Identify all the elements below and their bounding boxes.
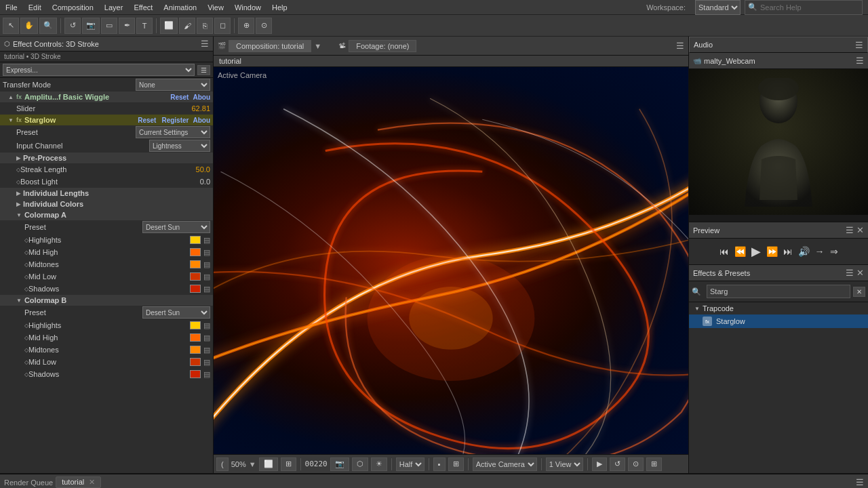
cb-highlights-bars[interactable]: ▤ [203, 321, 210, 330]
panel-menu-btn[interactable]: ☰ [201, 39, 209, 49]
expression-select[interactable]: Expressi... [3, 64, 195, 76]
tool-roto[interactable]: ⊕ [238, 18, 254, 34]
vc-options-btn[interactable]: ⊙ [628, 458, 644, 471]
input-channel-select[interactable]: Lightness [149, 140, 210, 152]
vc-fit-btn[interactable]: ⬜ [259, 458, 278, 471]
slider-value[interactable]: 62.81 [191, 104, 210, 113]
menu-help[interactable]: Help [267, 3, 293, 12]
preview-loop-all[interactable]: ⇒ [829, 245, 840, 258]
vc-pixels-btn[interactable]: ⊞ [448, 458, 464, 471]
tool-rect[interactable]: ▭ [101, 18, 117, 34]
preview-audio-btn[interactable]: 🔊 [797, 245, 811, 258]
colormap-a-header[interactable]: ▼ Colormap A [0, 209, 213, 220]
starglow-about[interactable]: Abou [193, 117, 210, 124]
panel-options-btn[interactable]: ☰ [676, 41, 684, 51]
ep-clear-btn[interactable]: ✕ [853, 287, 865, 297]
amplitude-reset[interactable]: Reset [170, 94, 189, 101]
zoom-display[interactable]: 50% [231, 460, 246, 468]
vc-play-btn[interactable]: ▶ [592, 458, 607, 471]
pre-process-header[interactable]: ▶ Pre-Process [0, 152, 213, 163]
colormap-b-preset-select[interactable]: Desert Sun [142, 306, 210, 319]
vc-transparency-btn[interactable]: ▪ [433, 458, 446, 471]
individual-colors-header[interactable]: ▶ Individual Colors [0, 199, 213, 209]
preset-select[interactable]: Current Settings [136, 126, 210, 138]
menu-composition[interactable]: Composition [47, 3, 99, 12]
streak-length-value[interactable]: 50.0 [196, 165, 210, 174]
menu-window[interactable]: Window [229, 3, 267, 12]
cb-shadows-swatch[interactable] [190, 370, 201, 378]
preview-loop-fwd[interactable]: → [814, 245, 826, 258]
tab-arrow[interactable]: ▼ [314, 42, 321, 50]
tool-camera[interactable]: 📷 [82, 18, 100, 34]
timecode-display[interactable]: 00220 [305, 460, 328, 468]
tool-zoom[interactable]: 🔍 [39, 18, 57, 34]
preview-prev-btn[interactable]: ⏪ [733, 245, 747, 258]
bottom-panel-menu[interactable]: ☰ [856, 477, 864, 487]
tutorial-tab[interactable]: tutorial [219, 57, 241, 65]
tool-shape[interactable]: ⬜ [160, 18, 178, 34]
ca-highlights-bars[interactable]: ▤ [203, 236, 210, 245]
vc-snapshot-btn[interactable]: 📷 [330, 458, 349, 471]
preview-close[interactable]: ✕ [856, 225, 864, 235]
cb-midlow-swatch[interactable] [190, 358, 201, 366]
preview-next-btn[interactable]: ⏩ [765, 245, 779, 258]
preview-menu[interactable]: ☰ [846, 225, 854, 235]
starglow-item[interactable]: fx Starglow [689, 314, 868, 328]
ca-midtones-swatch[interactable] [190, 260, 201, 268]
audio-menu[interactable]: ☰ [855, 40, 863, 50]
colormap-b-header[interactable]: ▼ Colormap B [0, 295, 213, 306]
tool-hand[interactable]: ✋ [20, 18, 38, 34]
ep-search-input[interactable] [707, 285, 850, 298]
ca-highlights-swatch[interactable] [190, 236, 201, 244]
menu-edit[interactable]: Edit [23, 3, 47, 12]
vc-grid-btn[interactable]: ⊞ [281, 458, 296, 471]
menu-file[interactable]: File [0, 3, 23, 12]
ca-midlow-bars[interactable]: ▤ [203, 272, 210, 281]
cb-midhigh-swatch[interactable] [190, 333, 201, 342]
tool-clone[interactable]: ⎘ [197, 18, 213, 34]
ca-midhigh-swatch[interactable] [190, 248, 201, 256]
menu-layer[interactable]: Layer [99, 3, 129, 12]
menu-view[interactable]: View [202, 3, 229, 12]
render-queue-label[interactable]: Render Queue [4, 479, 53, 487]
vc-zoom-btn[interactable]: ( [216, 458, 229, 471]
cb-midtones-swatch[interactable] [190, 346, 201, 354]
starglow-reset[interactable]: Reset [138, 117, 156, 124]
starglow-register[interactable]: Register [161, 117, 189, 124]
amplitude-about[interactable]: Abou [193, 94, 210, 101]
vc-show-channel-btn[interactable]: ⬡ [352, 458, 368, 471]
menu-effect[interactable]: Effect [128, 3, 158, 12]
tutorial-timeline-tab[interactable]: tutorial ✕ [56, 476, 101, 488]
ca-midtones-bars[interactable]: ▤ [203, 260, 210, 269]
cb-midlow-bars[interactable]: ▤ [203, 358, 210, 367]
footage-tab[interactable]: Footage: (none) [349, 40, 416, 52]
amplitude-header[interactable]: ▲ fx Amplitu...f Basic Wiggle Reset Abou [0, 92, 213, 102]
starglow-header[interactable]: ▼ fx Starglow Reset Register Abou [0, 115, 213, 125]
tool-eraser[interactable]: ◻ [214, 18, 231, 34]
vc-exposure-btn[interactable]: ☀ [371, 458, 387, 471]
tool-pen[interactable]: ✒ [119, 18, 135, 34]
cb-highlights-swatch[interactable] [190, 321, 201, 329]
workspace-select[interactable]: Standard [695, 0, 741, 15]
individual-lengths-header[interactable]: ▶ Individual Lengths [0, 188, 213, 199]
ep-close[interactable]: ✕ [856, 268, 864, 278]
menu-animation[interactable]: Animation [158, 3, 202, 12]
boost-light-value[interactable]: 0.0 [200, 178, 210, 186]
search-help-input[interactable] [760, 3, 862, 12]
cb-midtones-bars[interactable]: ▤ [203, 346, 210, 354]
ca-shadows-bars[interactable]: ▤ [203, 285, 210, 293]
colormap-a-preset-select[interactable]: Desert Sun [142, 221, 210, 233]
ca-midlow-swatch[interactable] [190, 272, 201, 281]
transfer-mode-select[interactable]: None [136, 79, 210, 91]
tool-type[interactable]: T [136, 18, 153, 34]
ca-shadows-swatch[interactable] [190, 285, 201, 293]
expression-menu[interactable]: ☰ [197, 65, 210, 75]
composition-tab[interactable]: Composition: tutorial [229, 40, 311, 52]
vc-maximize-btn[interactable]: ⊞ [646, 458, 662, 471]
tool-rotate[interactable]: ↺ [64, 18, 81, 34]
trapcode-category[interactable]: ▼ Trapcode [689, 302, 868, 314]
preview-play-btn[interactable]: ▶ [750, 243, 762, 260]
camera-select[interactable]: Active Camera [473, 458, 537, 471]
tool-select[interactable]: ↖ [3, 18, 19, 34]
vc-loop-btn[interactable]: ↺ [610, 458, 625, 471]
